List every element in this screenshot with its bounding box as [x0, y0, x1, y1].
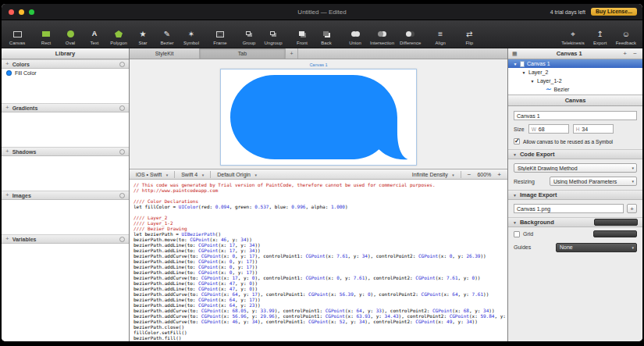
tool-export[interactable]: ↥Export [591, 29, 610, 45]
section-menu-icon[interactable] [119, 62, 125, 67]
section-menu-icon[interactable] [119, 149, 125, 155]
add-icon[interactable]: + [5, 235, 9, 243]
disclosure-icon[interactable]: ▼ [521, 70, 526, 75]
library-header-colors[interactable]: +Colors [2, 59, 129, 69]
tool-bezier[interactable]: ✎Bezier [158, 29, 176, 45]
canvas-name-input[interactable]: Canvas 1 [514, 111, 637, 120]
tool-ungroup[interactable]: Ungroup [264, 29, 283, 45]
grid-checkbox[interactable] [514, 231, 520, 237]
tool-align[interactable]: ≡Align [431, 29, 450, 45]
difference-glyph [406, 31, 411, 37]
symbol-reuse-label: Allow canvas to be reused as a Symbol [523, 139, 613, 144]
zoom-level[interactable]: 600% [477, 172, 491, 177]
disclosure-icon[interactable]: ▼ [513, 62, 518, 66]
canvas-title-label[interactable]: Canvas 1 [220, 62, 417, 69]
minimize-window-button[interactable] [19, 9, 24, 15]
canvas-icon [13, 29, 22, 39]
tool-telekinesis[interactable]: ⌖Telekinesis [561, 29, 584, 45]
grid-color-well[interactable] [593, 230, 637, 237]
section-label: Gradients [12, 105, 38, 111]
language-dropdown[interactable]: Swift 4 [181, 172, 204, 177]
library-header-shadows[interactable]: +Shadows [2, 147, 129, 156]
tab-stylekit[interactable]: StyleKit [130, 48, 200, 59]
zoom-out-button[interactable]: − [468, 171, 471, 178]
drawing-method-dropdown[interactable]: StyleKit Drawing Method [514, 163, 637, 173]
tool-polygon[interactable]: Polygon [109, 29, 128, 45]
feedback-icon: ☺ [622, 29, 630, 39]
canvas-width-input[interactable]: W 68 [528, 124, 569, 134]
platform-dropdown[interactable]: iOS • Swift [136, 172, 168, 177]
code-line: bezierPath.fill() [133, 335, 507, 341]
ungroup-glyph [270, 31, 275, 35]
canvas[interactable] [220, 69, 417, 166]
tree-row-bezier[interactable]: ∼Bezier [508, 85, 642, 94]
tool-label: Rect [41, 41, 51, 45]
remove-canvas-icon[interactable]: − [632, 50, 639, 57]
tool-text[interactable]: AText [85, 29, 104, 45]
add-icon[interactable]: + [5, 104, 9, 112]
zoom-window-button[interactable] [29, 9, 34, 15]
width-value: 68 [539, 127, 545, 132]
list-item-fill-color[interactable]: Fill Color [2, 69, 129, 77]
tool-symbol[interactable]: ✶Symbol [182, 29, 201, 45]
guides-dropdown[interactable]: None [556, 243, 637, 252]
tool-label: Bezier [160, 41, 173, 45]
add-icon[interactable]: + [5, 191, 9, 199]
code-export-title: Code Export [520, 151, 555, 158]
tool-intersection[interactable]: Intersection [370, 29, 394, 45]
add-export-button[interactable]: + [627, 204, 637, 213]
tool-union[interactable]: Union [346, 29, 365, 45]
telekinesis-icon: ⌖ [571, 29, 575, 39]
intersection-icon [378, 29, 386, 39]
tool-group[interactable]: Group [240, 29, 258, 45]
image-export-header[interactable]: ▼ Image Export [508, 190, 642, 200]
library-header-variables[interactable]: +Variables [2, 234, 129, 244]
library-header-gradients[interactable]: +Gradients [2, 103, 129, 112]
add-canvas-icon[interactable]: + [621, 50, 628, 57]
add-tab-button[interactable]: + [286, 48, 298, 59]
tree-row-layer-1-2[interactable]: ▼Layer_1-2 [508, 77, 642, 85]
buy-license-button[interactable]: Buy License... [591, 8, 637, 16]
symbol-reuse-checkbox[interactable] [514, 138, 520, 144]
tool-frame[interactable]: Frame [211, 29, 229, 45]
section-menu-icon[interactable] [119, 105, 125, 111]
tool-front[interactable]: Front [293, 29, 311, 45]
density-dropdown[interactable]: Infinite Density [412, 172, 454, 177]
grid-row: Grid [508, 227, 642, 241]
bezier-icon: ∼ [546, 86, 552, 93]
tool-label: Flip [465, 41, 473, 45]
tool-flip[interactable]: ⇄Flip [460, 29, 479, 45]
bezier-glyph: ✎ [164, 29, 170, 39]
tool-rect[interactable]: Rect [37, 29, 55, 45]
speech-bubble-path[interactable] [230, 75, 407, 159]
add-icon[interactable]: + [5, 60, 9, 68]
disclosure-icon[interactable]: ▼ [530, 79, 535, 84]
section-menu-icon[interactable] [119, 237, 125, 242]
library-section-images: +Images [2, 191, 129, 234]
code-export-header[interactable]: ▼ Code Export [508, 149, 642, 159]
tool-label: Oval [66, 41, 75, 45]
close-window-button[interactable] [9, 9, 14, 15]
section-menu-icon[interactable] [119, 193, 125, 198]
resizing-dropdown[interactable]: Using Method Parameters [550, 177, 637, 186]
zoom-in-button[interactable]: + [497, 171, 501, 178]
tool-feedback[interactable]: ☺Feedback [616, 29, 636, 45]
export-filename-input[interactable]: Canvas 1.png [514, 204, 624, 213]
background-header[interactable]: ▼ Background [508, 217, 642, 227]
library-header-images[interactable]: +Images [2, 191, 129, 200]
origin-dropdown[interactable]: Default Origin [217, 172, 257, 177]
tree-row-layer-2[interactable]: ▼Layer_2 [508, 68, 642, 77]
code-area[interactable]: // This code was generated by Trial vers… [130, 180, 507, 341]
tool-difference[interactable]: Difference [400, 29, 421, 45]
canvas-list-icon[interactable]: ▦ [512, 51, 518, 57]
add-icon[interactable]: + [5, 148, 9, 155]
canvas-height-input[interactable]: H 34 [573, 124, 614, 134]
tool-canvas[interactable]: Canvas [8, 29, 27, 45]
tool-oval[interactable]: Oval [61, 29, 80, 45]
inspector-header: ▦ Canvas 1 + − [508, 48, 642, 59]
tool-back[interactable]: Back [317, 29, 336, 45]
tab-canvas[interactable]: Tab [200, 48, 286, 59]
tool-star[interactable]: ★Star [133, 29, 152, 45]
tree-row-canvas-1[interactable]: ▼Canvas 1 [508, 59, 642, 68]
background-color-well[interactable] [594, 219, 638, 226]
